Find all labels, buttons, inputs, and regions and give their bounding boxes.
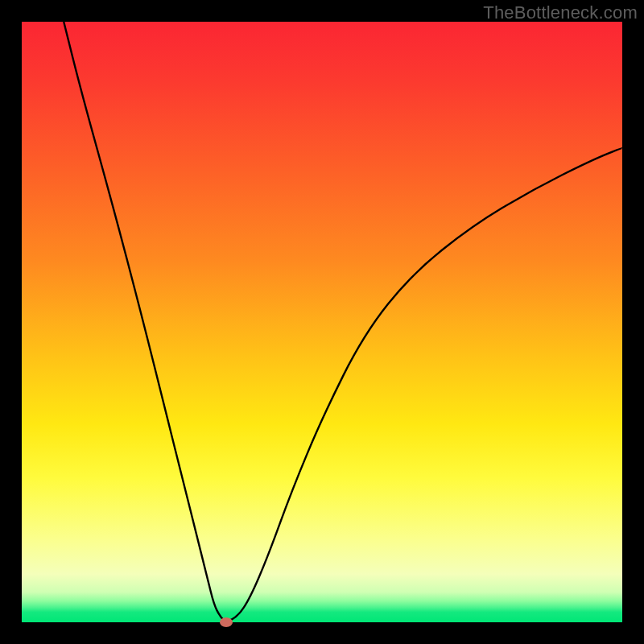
- watermark-text: TheBottleneck.com: [483, 2, 638, 23]
- chart-frame: TheBottleneck.com: [0, 0, 644, 644]
- plot-area: [22, 22, 622, 622]
- bottleneck-curve: [22, 22, 622, 622]
- curve-path: [64, 22, 622, 621]
- minimum-marker-dot: [220, 617, 233, 627]
